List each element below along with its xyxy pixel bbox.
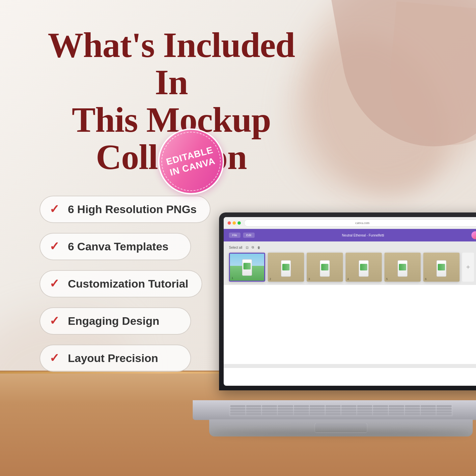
key-13	[421, 405, 436, 407]
key-24	[373, 408, 388, 410]
key-17	[262, 408, 277, 410]
thumb-number-4: 4	[347, 277, 349, 281]
key-38	[373, 410, 388, 412]
key-45	[262, 413, 277, 415]
feature-text-5: Layout Precision	[68, 352, 158, 365]
badge-text: EDITABLE IN CANVA	[165, 145, 217, 179]
laptop-screen: canva.com File Edit Neutral Ethereal - F…	[224, 217, 476, 386]
key-28	[436, 408, 452, 410]
key-41	[421, 410, 436, 412]
key-48	[310, 413, 325, 415]
key-8	[341, 405, 356, 407]
feature-pill-5: ✓ Layout Precision	[40, 345, 191, 372]
feature-text-4: Engaging Design	[68, 315, 159, 327]
key-49	[325, 413, 341, 415]
key-14	[436, 405, 452, 407]
key-26	[405, 408, 420, 410]
thumbnail-3[interactable]: 3	[307, 253, 343, 282]
thumb-number-3: 3	[308, 277, 310, 281]
key-19	[294, 408, 309, 410]
toolbar-project-title: Neutral Ethereal - Funnelfetti	[342, 234, 384, 237]
thumb-number-2: 2	[269, 277, 271, 281]
close-button-dot[interactable]	[228, 221, 231, 225]
key-33	[294, 410, 309, 412]
key-35	[325, 410, 341, 412]
thumb-number-6: 6	[425, 277, 427, 281]
editable-in-canva-badge: EDITABLE IN CANVA	[158, 128, 224, 194]
minimize-button-dot[interactable]	[233, 221, 236, 225]
key-46	[278, 413, 293, 415]
key-34	[310, 410, 325, 412]
copy-icon[interactable]: ⊡	[246, 246, 248, 249]
toolbar-file-button[interactable]: File	[229, 233, 240, 238]
keyboard	[229, 404, 453, 416]
browser-address-bar[interactable]: canva.com	[244, 219, 476, 227]
title-line1: What's Included In	[48, 25, 295, 102]
feature-item-3: ✓ Customization Tutorial	[40, 270, 210, 297]
browser-traffic-lights	[228, 221, 241, 225]
key-20	[310, 408, 325, 410]
key-30	[246, 410, 261, 412]
key-6	[310, 405, 325, 407]
feature-pill-2: ✓ 6 Canva Templates	[40, 233, 191, 260]
key-23	[357, 408, 372, 410]
laptop-mockup: canva.com File Edit Neutral Ethereal - F…	[193, 212, 476, 436]
thumb-number-5: 5	[386, 277, 388, 281]
thumb-product-5	[398, 260, 407, 277]
thumb-product-1	[242, 259, 252, 276]
canva-content-area: Select all ⊡ ⧉ 🗑 1	[224, 241, 476, 368]
feature-text-1: 6 High Resolution PNGs	[68, 203, 197, 216]
key-1	[230, 405, 245, 407]
key-16	[246, 408, 261, 410]
check-icon-5: ✓	[49, 352, 59, 364]
trash-icon[interactable]: 🗑	[257, 246, 261, 249]
check-icon-2: ✓	[49, 240, 59, 252]
badge-line1: EDITABLE	[165, 145, 214, 167]
feature-item-5: ✓ Layout Precision	[40, 345, 210, 372]
toolbar-edit-button[interactable]: Edit	[243, 233, 255, 238]
thumbnail-2[interactable]: 2	[268, 253, 304, 282]
feature-item-2: ✓ 6 Canva Templates	[40, 233, 210, 260]
canva-toolbar: File Edit Neutral Ethereal - Funnelfetti	[224, 229, 476, 241]
badge-circle: EDITABLE IN CANVA	[151, 121, 232, 202]
thumbnail-4[interactable]: 4	[346, 253, 382, 282]
key-11	[389, 405, 404, 407]
user-avatar	[471, 231, 476, 239]
canva-actions-bar: Select all ⊡ ⧉ 🗑	[229, 245, 476, 249]
feature-text-3: Customization Tutorial	[68, 277, 188, 290]
key-37	[357, 410, 372, 412]
key-22	[341, 408, 356, 410]
key-7	[325, 405, 341, 407]
key-51	[357, 413, 372, 415]
feature-pill-1: ✓ 6 High Resolution PNGs	[40, 196, 210, 223]
key-3	[262, 405, 277, 407]
key-39	[389, 410, 404, 412]
duplicate-icon[interactable]: ⧉	[252, 245, 254, 249]
key-53	[389, 413, 404, 415]
key-15	[230, 408, 245, 410]
key-40	[405, 410, 420, 412]
add-page-button[interactable]: +	[462, 253, 474, 282]
key-10	[373, 405, 388, 407]
laptop-shadow	[212, 430, 469, 436]
key-44	[246, 413, 261, 415]
key-2	[246, 405, 261, 407]
feature-pill-4: ✓ Engaging Design	[40, 307, 191, 335]
browser-chrome: canva.com	[224, 217, 476, 229]
check-icon-1: ✓	[49, 203, 59, 215]
key-56	[436, 413, 452, 415]
browser-url-text: canva.com	[355, 221, 369, 225]
canva-thumbnails-row: 1 2 3	[229, 253, 476, 282]
maximize-button-dot[interactable]	[238, 221, 241, 225]
thumbnail-1[interactable]: 1	[229, 253, 265, 282]
key-12	[405, 405, 420, 407]
key-47	[294, 413, 309, 415]
select-all-label[interactable]: Select all	[229, 246, 242, 249]
key-50	[341, 413, 356, 415]
thumbnail-6[interactable]: 6	[423, 253, 460, 282]
thumb-number-1: 1	[232, 276, 233, 280]
key-9	[357, 405, 372, 407]
check-icon-4: ✓	[49, 315, 59, 327]
canva-canvas-area	[224, 285, 476, 364]
thumbnail-5[interactable]: 5	[384, 253, 421, 282]
